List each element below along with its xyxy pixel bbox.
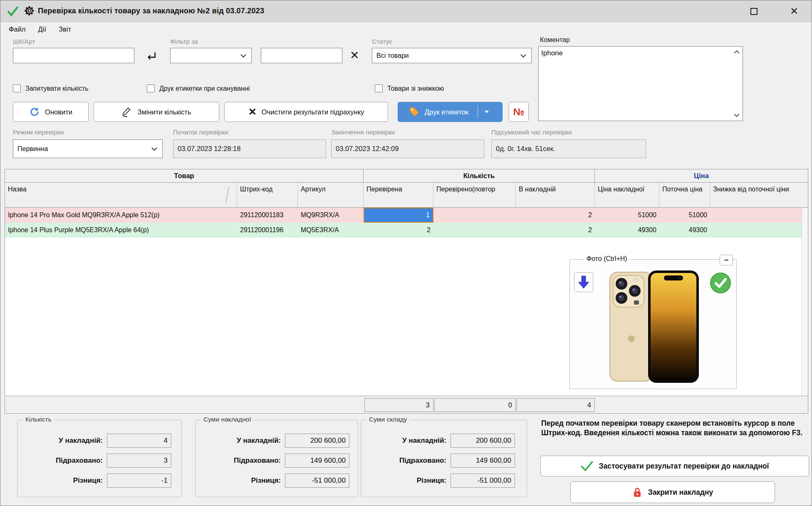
menu-report[interactable]: Звіт <box>59 25 71 33</box>
sku-label: ШК/Арт <box>13 38 35 45</box>
table-row[interactable]: Iphone 14 Plus Purple MQ5E3RX/A Apple 64… <box>5 223 808 238</box>
photo-panel: Фото (Ctrl+H) − <box>569 259 737 389</box>
app-window: Перевірка кількості товару за накладною … <box>0 0 812 506</box>
col-name[interactable]: Назва <box>5 183 237 207</box>
maximize-icon <box>750 8 758 15</box>
cell-checked-repeat[interactable] <box>433 223 516 238</box>
group-price: Ціна <box>595 169 808 182</box>
total-in-invoice: 4 <box>517 398 595 412</box>
table-scrollbar[interactable] <box>802 208 808 396</box>
mode-select[interactable]: Первинна <box>13 139 163 158</box>
col-checked-repeat[interactable]: Перевірено(повтор <box>433 183 516 207</box>
qty-in-invoice-value: 4 <box>107 434 171 448</box>
refresh-button[interactable]: Оновити <box>13 102 89 122</box>
lock-icon <box>632 487 642 498</box>
apply-results-label: Застосувати результат перевірки до накла… <box>599 462 769 471</box>
ask-quantity-checkbox[interactable] <box>13 84 21 92</box>
cell-discount[interactable] <box>710 208 808 223</box>
chevron-down-icon <box>240 53 247 58</box>
cell-article[interactable]: MQ9R3RX/A <box>298 208 364 223</box>
status-label: Статус <box>372 38 392 45</box>
invoice-sums-title: Суми накладної <box>201 416 253 423</box>
col-article[interactable]: Артикул <box>298 183 364 207</box>
clear-results-label: Очистити результати підрахунку <box>262 108 364 116</box>
end-time-label: Закінчення перевірки <box>331 129 395 136</box>
scanner-hint-text: Перед початком перевірки товару сканером… <box>541 419 811 438</box>
status-select[interactable]: Всі товари <box>372 48 532 63</box>
cell-in-invoice[interactable]: 2 <box>516 208 595 223</box>
discounted-label: Товари зі знижкою <box>387 85 444 92</box>
table-row[interactable]: Iphone 14 Pro Max Gold MQ9R3RX/A Apple 5… <box>5 208 808 223</box>
cell-invoice-price[interactable]: 51000 <box>595 208 659 223</box>
filter-by-select[interactable] <box>170 48 252 63</box>
filter-text-input[interactable] <box>261 48 342 63</box>
col-discount[interactable]: Знижка від поточної ціни <box>710 183 808 207</box>
scroll-down-icon[interactable] <box>733 113 740 117</box>
quantity-summary-title: Кількість <box>23 416 54 423</box>
qty-difference-value: -1 <box>107 474 171 488</box>
chevron-down-icon <box>520 53 527 58</box>
cell-checked-repeat[interactable] <box>433 208 516 223</box>
minus-icon: − <box>724 256 729 265</box>
column-resize-icon[interactable] <box>224 186 230 204</box>
end-time-field: 03.07.2023 12:42:09 <box>331 139 484 158</box>
apply-results-button[interactable]: Застосувати результат перевірки до накла… <box>540 456 809 476</box>
print-labels-button[interactable]: Друк етикеток <box>398 102 503 122</box>
sku-input[interactable] <box>13 48 134 63</box>
scroll-up-icon[interactable] <box>733 50 740 54</box>
col-invoice-price[interactable]: Ціна накладної <box>595 183 659 207</box>
menu-actions[interactable]: Дії <box>38 25 46 33</box>
inv-in-invoice-value: 200 600,00 <box>285 434 349 448</box>
down-arrow-icon <box>577 275 590 289</box>
cell-in-invoice[interactable]: 2 <box>516 223 595 238</box>
close-button[interactable]: ✕ <box>784 3 804 20</box>
maximize-button[interactable] <box>744 3 764 20</box>
table-group-header: Товар Кількість Ціна <box>5 169 808 183</box>
clear-filter-icon[interactable]: ✕ <box>350 49 359 62</box>
qty-difference-label: Різниця: <box>17 476 107 485</box>
cell-name[interactable]: Iphone 14 Plus Purple MQ5E3RX/A Apple 64… <box>5 223 237 238</box>
menu-file[interactable]: Файл <box>9 25 26 33</box>
comment-textarea[interactable]: Iphone <box>538 46 743 121</box>
clear-results-button[interactable]: ✕ Очистити результати підрахунку <box>224 102 388 122</box>
close-icon: ✕ <box>790 6 798 16</box>
duration-label: Підсумковий час перевірки <box>491 129 572 136</box>
cell-invoice-price[interactable]: 49300 <box>595 223 659 238</box>
photo-download-button[interactable] <box>574 272 593 292</box>
cell-checked-selected[interactable]: 1 <box>364 208 433 223</box>
cell-barcode[interactable]: 291120001183 <box>237 208 298 223</box>
cell-current-price[interactable]: 51000 <box>659 208 710 223</box>
qty-in-invoice-label: У накладній: <box>17 437 107 445</box>
cell-article[interactable]: MQ5E3RX/A <box>298 223 364 238</box>
enter-icon[interactable] <box>144 50 158 63</box>
col-checked[interactable]: Перевірена <box>364 183 433 207</box>
inv-in-invoice-label: У накладній: <box>196 437 285 445</box>
inv-counted-label: Підраховано: <box>196 456 285 465</box>
duration-field: 0д. 0г. 14хв. 51сек. <box>491 139 646 158</box>
change-quantity-button[interactable]: Змінити кількість <box>94 102 219 122</box>
close-invoice-button[interactable]: Закрити накладну <box>570 481 775 503</box>
cell-barcode[interactable]: 291120001196 <box>237 223 298 238</box>
col-barcode[interactable]: Штрих-код <box>237 183 298 207</box>
print-labels-label: Друк етикеток <box>425 108 468 116</box>
cell-discount[interactable] <box>710 223 808 238</box>
numbering-button[interactable]: № <box>509 102 529 122</box>
col-current-price[interactable]: Поточна ціна <box>659 183 710 207</box>
col-in-invoice[interactable]: В накладній <box>516 183 595 207</box>
pencil-icon <box>121 107 132 117</box>
refresh-label: Оновити <box>45 108 72 116</box>
stock-in-invoice-value: 200 600,00 <box>451 434 515 448</box>
gear-icon <box>24 5 35 17</box>
cell-current-price[interactable]: 49300 <box>659 223 710 238</box>
print-on-scan-checkbox[interactable] <box>147 84 155 92</box>
total-checked: 3 <box>364 398 433 412</box>
discounted-checkbox[interactable] <box>375 84 383 92</box>
ask-quantity-label: Запитувати кількість <box>25 85 89 92</box>
comment-label: Коментар <box>540 36 570 44</box>
cell-checked[interactable]: 2 <box>364 223 433 238</box>
photo-collapse-button[interactable]: − <box>720 255 733 265</box>
cell-name[interactable]: Iphone 14 Pro Max Gold MQ9R3RX/A Apple 5… <box>5 208 237 223</box>
quantity-summary-panel: Кількість У накладній: 4 Підраховано: 3 … <box>17 420 182 497</box>
qty-counted-value: 3 <box>107 454 171 468</box>
dropdown-caret-icon[interactable] <box>484 110 490 114</box>
